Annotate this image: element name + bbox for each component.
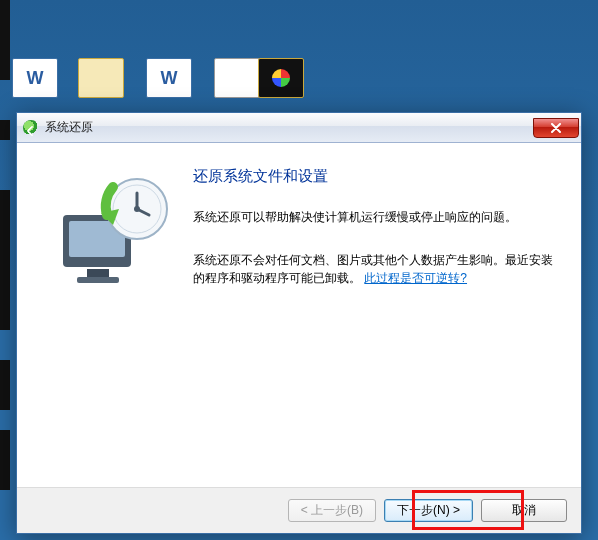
edge-artifact: [0, 430, 10, 490]
back-button: < 上一步(B): [288, 499, 376, 522]
system-restore-icon: [23, 120, 39, 136]
next-button[interactable]: 下一步(N) >: [384, 499, 473, 522]
titlebar[interactable]: 系统还原: [17, 113, 581, 143]
dialog-paragraph-2: 系统还原不会对任何文档、图片或其他个人数据产生影响。最近安装的程序和驱动程序可能…: [193, 251, 553, 288]
edge-artifact: [0, 190, 10, 330]
edge-artifact: [0, 360, 10, 410]
restore-illustration: [45, 161, 185, 477]
svg-point-8: [134, 206, 140, 212]
cancel-button[interactable]: 取消: [481, 499, 567, 522]
edge-artifact: [0, 0, 10, 80]
svg-rect-3: [77, 277, 119, 283]
dialog-footer: < 上一步(B) 下一步(N) > 取消: [17, 487, 581, 533]
reversible-link[interactable]: 此过程是否可逆转?: [364, 271, 467, 285]
svg-rect-2: [87, 269, 109, 277]
system-restore-dialog: 系统还原: [16, 112, 582, 534]
desktop-icon-word[interactable]: W: [10, 58, 60, 118]
edge-artifact: [0, 120, 10, 140]
desktop-icon-document[interactable]: [212, 58, 262, 118]
dialog-paragraph-1: 系统还原可以帮助解决使计算机运行缓慢或停止响应的问题。: [193, 208, 553, 227]
dialog-heading: 还原系统文件和设置: [193, 167, 553, 186]
dialog-content: 还原系统文件和设置 系统还原可以帮助解决使计算机运行缓慢或停止响应的问题。 系统…: [185, 161, 553, 477]
desktop-icon-word[interactable]: W: [144, 58, 194, 118]
close-button[interactable]: [533, 118, 579, 138]
dialog-body: 还原系统文件和设置 系统还原可以帮助解决使计算机运行缓慢或停止响应的问题。 系统…: [17, 143, 581, 487]
window-title: 系统还原: [45, 119, 533, 136]
close-icon: [550, 123, 562, 133]
desktop-icon-windows[interactable]: [256, 58, 306, 118]
desktop-icon-folder[interactable]: [76, 58, 126, 118]
